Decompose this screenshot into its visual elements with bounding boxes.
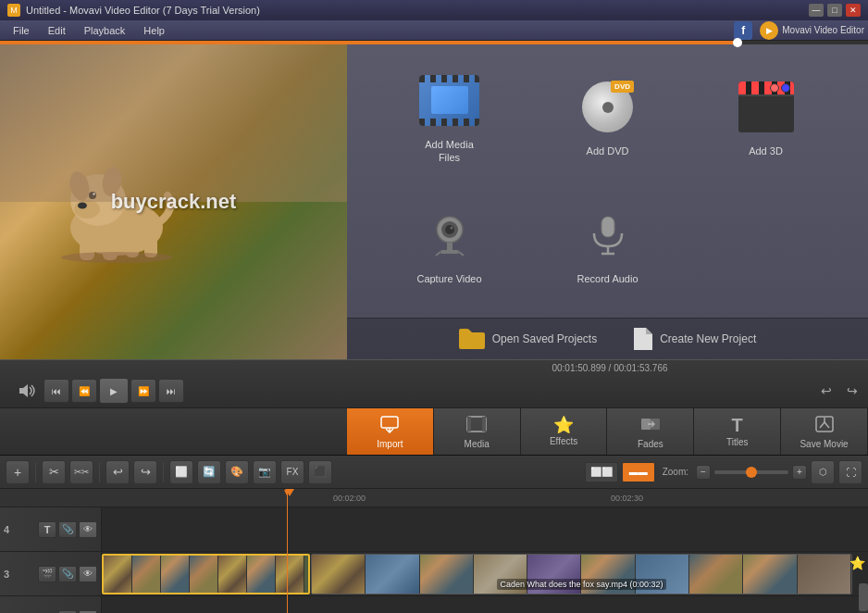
tab-import[interactable]: Import [347,408,434,455]
track-4-icon2[interactable]: 📎 [58,521,77,538]
tab-bar-spacer [0,408,347,455]
track-header-2: 2 🎵 👁 [0,596,102,613]
stabilize-button[interactable]: 📷 [253,460,277,484]
open-saved-projects[interactable]: Open Saved Projects [459,329,597,349]
crop-button[interactable]: ⬜ [169,460,193,484]
track-4-eye[interactable]: 👁 [79,521,97,538]
titles-tab-icon: T [732,416,743,434]
media-tab-icon [466,415,487,436]
track-number-3: 3 [4,569,9,580]
mic-icon [585,211,631,257]
fullscreen-button[interactable]: ⛶ [838,460,862,484]
edit-toolbar: + ✂ ✂✂ ↩ ↪ ⬜ 🔄 🎨 📷 FX ⬛ ⬜⬜ ▬▬ Zoom: − + … [0,456,868,489]
svg-rect-17 [447,243,453,250]
track-icons-2: 🎵 👁 [58,610,97,614]
zoom-in-button[interactable]: + [792,465,807,480]
color-button[interactable]: 🎨 [225,460,249,484]
tab-save-movie[interactable]: Save Movie [781,408,868,455]
menu-help[interactable]: Help [134,23,174,38]
doc-icon [634,328,652,350]
zoom-slider-thumb[interactable] [746,467,757,478]
clapper-glasses [770,83,790,93]
fx-button[interactable]: FX [280,460,304,484]
timeline-ruler: 00:02:00 00:02:30 [0,489,868,507]
add-dvd-label: Add DVD [587,144,629,157]
track-3-eye[interactable]: 👁 [79,566,97,582]
play-button[interactable]: ▶ [99,378,129,404]
skip-to-start-button[interactable]: ⏮ [43,379,69,403]
track-3-content[interactable]: Caden What does the fox say.mp4 (0:00:32… [102,552,868,595]
tab-fades[interactable]: Fades [607,408,694,455]
video-track-icon[interactable]: 🎬 [38,566,56,582]
skip-to-end-button[interactable]: ⏭ [158,379,184,403]
progress-thumb[interactable] [733,38,742,47]
tab-titles[interactable]: T Titles [694,408,781,455]
menu-edit[interactable]: Edit [39,23,75,38]
timeline-view-btn[interactable]: ▬▬ [622,462,655,482]
capture-video[interactable]: Capture Video [375,205,524,285]
dvd-label-text: DVD [611,81,634,93]
transition-button[interactable]: ⬛ [308,460,332,484]
app-icon: M [7,4,20,17]
tab-effects[interactable]: ⭐ Effects [521,408,608,455]
video-clip-main[interactable]: Caden What does the fox say.mp4 (0:00:32… [311,554,852,594]
menu-file[interactable]: File [4,23,39,38]
record-audio-icon [576,205,640,265]
time-display: 00:01:50.899 / 00:01:53.766 [0,360,868,373]
zoom-label: Zoom: [659,467,692,477]
step-back-button[interactable]: ⏪ [71,379,97,403]
tab-media[interactable]: Media [434,408,521,455]
split-button[interactable]: ✂✂ [69,460,93,484]
movavi-logo-text: Movavi Video Editor [782,25,864,35]
add-track-button[interactable]: + [6,460,30,484]
menu-playback[interactable]: Playback [75,23,135,38]
create-new-project[interactable]: Create New Project [634,328,756,350]
close-button[interactable]: ✕ [846,4,861,17]
media-tab-label: Media [465,439,490,449]
app-title: Untitled - Movavi Video Editor (7 Days T… [26,5,260,16]
svg-point-12 [61,252,172,263]
facebook-icon[interactable]: f [734,21,752,40]
maximize-button[interactable]: □ [827,4,842,17]
import-3d[interactable]: Add 3D [691,77,840,157]
track-3-icon2[interactable]: 📎 [58,566,77,582]
folder-icon [459,329,485,349]
import-media-files[interactable]: Add MediaFiles [375,70,524,165]
undo-button[interactable]: ↩ [815,380,837,402]
clapper-top [738,81,794,96]
track-2-content[interactable] [102,596,868,613]
open-saved-projects-label: Open Saved Projects [492,332,597,345]
ruler-time-1: 00:02:00 [333,494,366,503]
redo-edit-button[interactable]: ↪ [133,460,157,484]
volume-button[interactable] [9,382,43,400]
vertical-scrollbar[interactable] [859,583,868,613]
title-bar-left: M Untitled - Movavi Video Editor (7 Days… [7,4,260,17]
video-thumbnail [0,44,347,359]
track-header-4: 4 T 📎 👁 [0,507,102,551]
audio-track-icon-2[interactable]: 🎵 [58,610,77,614]
app-icon-letter: M [10,6,18,15]
record-audio[interactable]: Record Audio [533,205,682,285]
svg-rect-18 [440,250,459,254]
undo-edit-button[interactable]: ↩ [105,460,130,484]
track-2-eye[interactable]: 👁 [79,610,97,614]
separator-1 [35,462,36,482]
import-dvd[interactable]: DVD Add DVD [533,77,682,157]
minimize-button[interactable]: — [809,4,824,17]
fit-button[interactable]: ⬡ [811,460,835,484]
main-content: buycrack.net Add MediaFiles DVD [0,44,868,359]
vertical-scrollbar-thumb[interactable] [859,583,868,611]
zoom-slider[interactable] [714,470,788,474]
track-4-content[interactable] [102,507,868,551]
storyboard-view-btn[interactable]: ⬜⬜ [585,462,618,482]
cut-button[interactable]: ✂ [42,460,66,484]
text-track-icon[interactable]: T [38,521,56,538]
title-bar: M Untitled - Movavi Video Editor (7 Days… [0,0,868,20]
import-bottom-bar: Open Saved Projects Create New Project [347,318,868,359]
video-clip-selected[interactable] [102,554,310,594]
track-header-3: 3 🎬 📎 👁 [0,552,102,595]
step-forward-button[interactable]: ⏩ [130,379,156,403]
zoom-out-button[interactable]: − [696,465,711,480]
rotate-button[interactable]: 🔄 [197,460,221,484]
redo-button[interactable]: ↪ [841,380,863,402]
